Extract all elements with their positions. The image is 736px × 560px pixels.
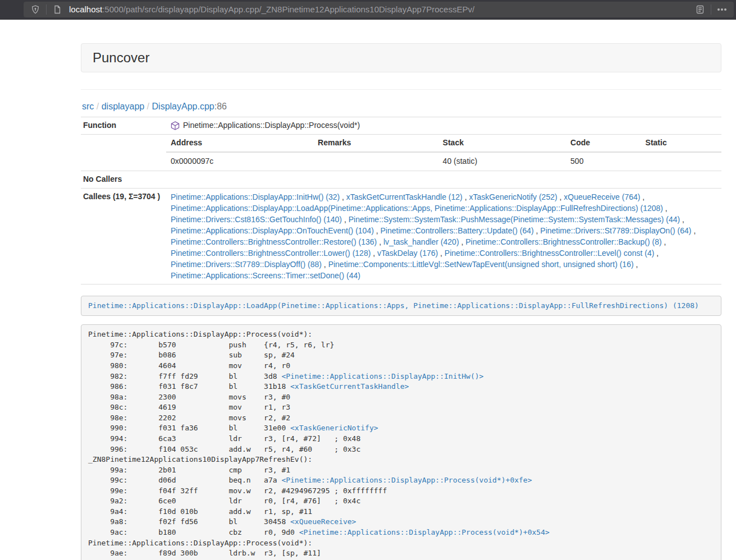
url-bar-divider (711, 4, 711, 15)
callee-separator: , (634, 260, 638, 269)
url-host: localhost (69, 4, 102, 14)
callee-link[interactable]: lv_task_handler (420) (383, 237, 459, 246)
callees-list: Pinetime::Applications::DisplayApp::Init… (166, 188, 721, 284)
callee-separator: , (692, 226, 696, 235)
symbol-cube-icon (171, 121, 180, 130)
app-header: Puncover (81, 43, 721, 72)
breadcrumb-separator: / (94, 102, 101, 111)
no-callers-label: No Callers (81, 171, 166, 188)
table-row: 0x0000097c 40 (static) 500 (166, 152, 721, 171)
callee-separator: , (377, 237, 383, 246)
callee-separator: , (640, 192, 644, 201)
callee-link[interactable]: Pinetime::Controllers::Battery::Update()… (381, 226, 534, 235)
value-remarks (313, 152, 438, 171)
url-text: localhost:5000/path/src/displayapp/Displ… (69, 3, 693, 15)
callee-link[interactable]: xTaskGenericNotify (252) (469, 192, 557, 201)
callee-separator: , (342, 215, 349, 224)
col-static: Static (641, 135, 721, 152)
callee-link[interactable]: Pinetime::Applications::DisplayApp::OnTo… (171, 226, 374, 235)
breadcrumb: src / displayapp / DisplayApp.cpp:86 (82, 100, 721, 113)
callee-link[interactable]: Pinetime::System::SystemTask::PushMessag… (349, 215, 680, 224)
callee-separator: , (459, 237, 466, 246)
col-address: Address (166, 135, 313, 152)
callee-link[interactable]: Pinetime::Drivers::Cst816S::GetTouchInfo… (171, 215, 342, 224)
value-static (641, 152, 721, 171)
value-address: 0x0000097c (166, 152, 313, 171)
breadcrumb-line-number: :86 (214, 102, 227, 111)
assembly-symbol-link[interactable]: <Pinetime::Applications::DisplayApp::Pro… (281, 476, 532, 484)
symbol-snippet: Pinetime::Applications::DisplayApp::Load… (81, 296, 721, 316)
callee-link[interactable]: Pinetime::Components::LittleVgl::SetNewT… (328, 260, 634, 269)
callee-link[interactable]: vTaskDelay (176) (377, 249, 438, 258)
callee-separator: , (322, 260, 328, 269)
table-row: Callees (19, Σ=3704 ) Pinetime::Applicat… (81, 188, 721, 284)
table-row: Address Remarks Stack Code Static 0x0000… (81, 134, 721, 171)
assembly-code: Pinetime::Applications::DisplayApp::Proc… (81, 324, 721, 560)
callee-separator: , (340, 192, 346, 201)
snippet-link[interactable]: Pinetime::Applications::DisplayApp::Load… (88, 301, 699, 310)
app-title: Puncover (93, 50, 149, 65)
page-icon[interactable] (50, 2, 65, 17)
callee-link[interactable]: Pinetime::Applications::Screens::Timer::… (171, 271, 360, 280)
assembly-symbol-link[interactable]: <xQueueReceive> (290, 517, 356, 526)
col-code: Code (566, 135, 641, 152)
assembly-symbol-link[interactable]: <xTaskGetCurrentTaskHandle> (290, 382, 409, 391)
url-bar[interactable]: localhost:5000/path/src/displayapp/Displ… (24, 2, 734, 17)
callee-separator: , (463, 192, 469, 201)
divider (81, 89, 721, 90)
callee-separator: , (662, 237, 666, 246)
breadcrumb-separator: / (144, 102, 152, 111)
assembly-symbol-link[interactable]: <Pinetime::Applications::DisplayApp::Ini… (281, 372, 483, 380)
url-path: :5000/path/src/displayapp/DisplayApp.cpp… (102, 4, 474, 14)
callee-separator: , (654, 249, 659, 258)
callee-link[interactable]: Pinetime::Controllers::BrightnessControl… (171, 237, 377, 246)
symbol-stats-table: Address Remarks Stack Code Static 0x0000… (166, 135, 721, 171)
reader-mode-icon[interactable] (693, 2, 707, 17)
callees-label: Callees (19, Σ=3704 ) (81, 188, 166, 284)
callee-separator: , (438, 249, 445, 258)
value-code: 500 (566, 152, 641, 171)
callee-separator: , (371, 249, 377, 258)
function-table: Function Pinetime::Applications::Display… (81, 117, 721, 284)
breadcrumb-item[interactable]: src (82, 102, 94, 111)
assembly-symbol-link[interactable]: <xTaskGenericNotify> (290, 424, 378, 432)
col-remarks: Remarks (313, 135, 438, 152)
callee-separator: , (557, 192, 564, 201)
table-row: No Callers (81, 171, 721, 188)
callee-link[interactable]: Pinetime::Controllers::BrightnessControl… (171, 249, 371, 258)
table-row: Function Pinetime::Applications::Display… (81, 117, 721, 134)
url-bar-divider (46, 4, 47, 15)
shield-icon[interactable] (28, 2, 43, 17)
callee-separator: , (663, 204, 668, 213)
browser-toolbar: localhost:5000/path/src/displayapp/Displ… (0, 0, 736, 20)
callee-link[interactable]: xTaskGetCurrentTaskHandle (12) (346, 192, 463, 201)
col-stack: Stack (438, 135, 566, 152)
callee-link[interactable]: Pinetime::Controllers::BrightnessControl… (445, 249, 654, 258)
callee-separator: , (534, 226, 541, 235)
callee-link[interactable]: Pinetime::Drivers::St7789::DisplayOff() … (171, 260, 322, 269)
callee-link[interactable]: xQueueReceive (764) (564, 192, 640, 201)
callee-link[interactable]: Pinetime::Controllers::BrightnessControl… (465, 237, 661, 246)
value-stack: 40 (static) (438, 152, 566, 171)
callee-link[interactable]: Pinetime::Applications::DisplayApp::Load… (171, 204, 663, 213)
function-name: Pinetime::Applications::DisplayApp::Proc… (183, 120, 360, 131)
callee-link[interactable]: Pinetime::Drivers::St7789::DisplayOn() (… (540, 226, 691, 235)
breadcrumb-item[interactable]: displayapp (102, 102, 145, 111)
page-actions-icon[interactable] (715, 2, 729, 17)
callee-link[interactable]: Pinetime::Applications::DisplayApp::Init… (171, 192, 340, 201)
callee-separator: , (680, 215, 684, 224)
assembly-symbol-link[interactable]: <Pinetime::Applications::DisplayApp::Pro… (299, 528, 550, 536)
page-content: Puncover src / displayapp / DisplayApp.c… (0, 20, 736, 560)
function-row-label: Function (81, 117, 166, 134)
callee-separator: , (374, 226, 381, 235)
breadcrumb-item[interactable]: DisplayApp.cpp (152, 102, 214, 111)
